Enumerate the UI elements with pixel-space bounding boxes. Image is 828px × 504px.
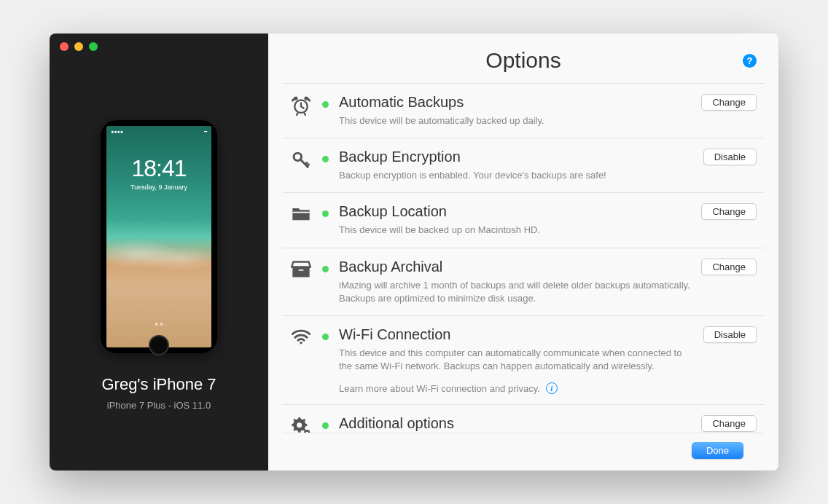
svg-point-1 xyxy=(294,97,297,101)
info-icon[interactable]: i xyxy=(546,382,558,394)
phone-lock-date: Tuesday, 9 January xyxy=(130,184,187,191)
status-dot-enabled xyxy=(322,334,329,340)
option-wifi: Wi-Fi Connection This device and this co… xyxy=(283,315,764,404)
change-additional-button[interactable]: Change xyxy=(701,415,757,432)
svg-rect-4 xyxy=(292,212,309,213)
status-dot-enabled xyxy=(322,266,329,272)
help-button[interactable]: ? xyxy=(743,54,757,68)
folder-icon xyxy=(290,205,312,227)
key-icon xyxy=(290,150,312,172)
option-desc: Backup encryption is enbabled. Your devi… xyxy=(339,169,693,182)
option-title: Backup Encryption xyxy=(339,149,693,165)
option-archival: Backup Archival iMazing will archive 1 m… xyxy=(283,248,764,315)
phone-lock-time: 18:41 xyxy=(131,155,186,182)
alarm-clock-icon xyxy=(290,95,312,117)
gears-icon xyxy=(290,417,312,433)
wifi-icon xyxy=(290,328,312,350)
phone-page-dots xyxy=(155,323,163,326)
change-archival-button[interactable]: Change xyxy=(701,259,757,275)
option-title: Backup Location xyxy=(339,203,691,220)
option-desc: iMazing will archive 1 month of backups … xyxy=(339,279,691,305)
minimize-window-button[interactable] xyxy=(74,42,83,51)
page-title: Options xyxy=(485,48,561,73)
options-list: Automatic Backups This device will be au… xyxy=(268,83,778,433)
option-encryption: Backup Encryption Backup encryption is e… xyxy=(283,138,764,192)
device-preview: ●●●● ━ 18:41 Tuesday, 9 January Greg's i… xyxy=(50,60,268,470)
svg-point-8 xyxy=(297,422,302,428)
options-window: ●●●● ━ 18:41 Tuesday, 9 January Greg's i… xyxy=(50,34,778,470)
change-auto-backup-button[interactable]: Change xyxy=(701,94,757,111)
phone-mockup: ●●●● ━ 18:41 Tuesday, 9 January xyxy=(101,120,217,353)
window-controls xyxy=(50,34,268,60)
close-window-button[interactable] xyxy=(60,42,69,51)
phone-screen: ●●●● ━ 18:41 Tuesday, 9 January xyxy=(106,126,211,347)
wifi-learn-more-text: Learn more about Wi-Fi connection and pr… xyxy=(339,383,540,394)
footer: Done xyxy=(283,433,764,470)
change-location-button[interactable]: Change xyxy=(701,203,757,220)
option-desc: This device will be automatically backed… xyxy=(339,114,691,127)
device-name: Greg's iPhone 7 xyxy=(101,375,216,394)
svg-point-7 xyxy=(300,342,302,344)
status-dot-enabled xyxy=(322,101,329,108)
option-location: Backup Location This device will be back… xyxy=(283,192,764,247)
option-additional: Additional options Low battery notificat… xyxy=(283,404,764,433)
disable-encryption-button[interactable]: Disable xyxy=(703,149,757,165)
done-button[interactable]: Done xyxy=(692,442,743,459)
svg-rect-6 xyxy=(299,269,304,271)
content-panel: Options ? Automatic Backups This device … xyxy=(268,34,778,470)
option-title: Wi-Fi Connection xyxy=(339,326,693,343)
svg-rect-5 xyxy=(292,267,309,277)
device-model-info: iPhone 7 Plus - iOS 11.0 xyxy=(107,400,211,411)
option-title: Additional options xyxy=(339,415,691,432)
option-auto-backup: Automatic Backups This device will be au… xyxy=(283,83,764,138)
option-desc: This device will be backed up on Macinto… xyxy=(339,224,691,237)
maximize-window-button[interactable] xyxy=(89,42,98,51)
option-desc: This device and this computer can automa… xyxy=(339,347,693,373)
svg-point-2 xyxy=(304,97,308,101)
disable-wifi-button[interactable]: Disable xyxy=(703,326,757,343)
wifi-learn-more[interactable]: Learn more about Wi-Fi connection and pr… xyxy=(339,382,693,394)
phone-status-bar: ●●●● ━ xyxy=(111,129,207,135)
phone-home-button xyxy=(149,335,169,355)
content-header: Options ? xyxy=(268,34,778,83)
option-title: Automatic Backups xyxy=(339,94,691,111)
status-dot-enabled xyxy=(322,422,329,429)
archive-box-icon xyxy=(290,260,312,282)
status-dot-enabled xyxy=(322,210,329,217)
option-title: Backup Archival xyxy=(339,259,691,275)
status-dot-enabled xyxy=(322,156,329,162)
device-sidebar: ●●●● ━ 18:41 Tuesday, 9 January Greg's i… xyxy=(50,34,268,470)
